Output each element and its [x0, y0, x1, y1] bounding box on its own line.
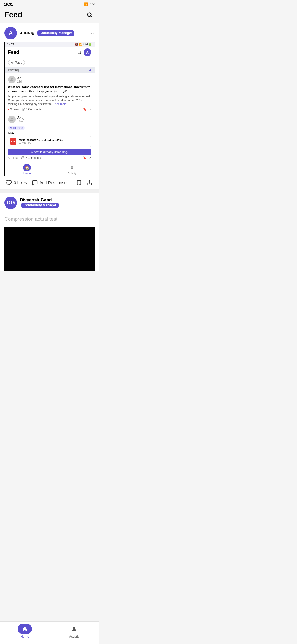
- inner-heart-icon-2: ♡: [8, 156, 10, 159]
- inner-home-icon: 🏠: [23, 164, 31, 171]
- add-response-label-1: Add Response: [40, 180, 67, 185]
- inner-bookmark-icon-2: 🔖: [83, 156, 86, 159]
- status-time: 19:31: [4, 2, 13, 6]
- inner-username-1: Anuj: [17, 76, 25, 80]
- inner-post-body-1: I'm planning my first international trip…: [8, 95, 91, 106]
- page-title: Feed: [4, 10, 22, 19]
- svg-point-5: [11, 118, 13, 119]
- inner-activity-icon: [68, 164, 76, 171]
- inner-comment-icon: 💬: [22, 108, 25, 111]
- add-response-button-1[interactable]: Add Response: [31, 180, 68, 186]
- svg-line-3: [80, 53, 81, 54]
- inner-user-avatar-2: [8, 116, 16, 123]
- inner-search-icon: [77, 50, 81, 54]
- inner-time: 12:24: [7, 43, 14, 46]
- post-content-text-2: Compression actual test: [4, 212, 95, 227]
- inner-file-size: 237KB · PDF: [19, 141, 63, 144]
- post-username-2: Divyansh Gand...: [20, 198, 56, 202]
- post-image-black: [4, 227, 95, 271]
- inner-file-name: 20240105103507extendfeeddate-170...: [19, 139, 63, 141]
- share-icon-1: [86, 180, 92, 186]
- inner-bottom-nav: 🏠 Home Activity: [5, 162, 95, 176]
- inner-more-2: ···: [87, 116, 91, 120]
- post-user-details-2: Divyansh Gand... Community Manager: [20, 198, 88, 208]
- like-button-1[interactable]: 0 Likes: [4, 179, 28, 186]
- inner-tag: Aeroplane: [8, 126, 25, 130]
- inner-feed-title: Feed: [8, 50, 20, 55]
- bookmark-icon-1: [76, 180, 82, 186]
- status-bar: 19:31 📶 73%: [0, 0, 99, 8]
- likes-count-1: 0 Likes: [14, 180, 27, 185]
- community-manager-badge-1: Community Manager: [37, 30, 75, 36]
- avatar-2: DG: [4, 197, 17, 209]
- inner-file-box: PDF 20240105103507extendfeeddate-170... …: [8, 136, 91, 147]
- post-more-button-2[interactable]: ···: [88, 200, 95, 206]
- battery-icon: 73%: [89, 2, 95, 6]
- inner-post-2: Anuj ~1mo ··· Aeroplane fdaty PDF 20240: [5, 113, 95, 162]
- post-more-button-1[interactable]: ···: [88, 30, 95, 36]
- inner-battery: 🔇 📶 87%🔋: [75, 43, 92, 46]
- inner-post-actions-1: ♥ 2 Likes 💬 4 Comments 🔖 ↗: [8, 108, 91, 111]
- avatar-1: A: [4, 27, 17, 39]
- inner-share-icon-2: ↗: [89, 156, 91, 159]
- inner-post-user-2: Anuj ~1mo: [8, 116, 25, 123]
- post-user-details-1: anurag Community Manager: [20, 30, 74, 36]
- inner-heart-icon: ♥: [8, 108, 10, 111]
- search-button[interactable]: [85, 10, 95, 20]
- inner-section-label: Posting: [5, 67, 95, 73]
- inner-usertime-1: 29d: [17, 80, 25, 83]
- post-card-1: A anurag Community Manager ··· 12:24 🔇 📶…: [0, 23, 99, 191]
- inner-header-right: A: [77, 48, 91, 56]
- heart-icon-1: [6, 179, 12, 186]
- inner-filter-bar: All Topic: [5, 58, 95, 67]
- community-manager-badge-2: Community Manager: [21, 203, 59, 208]
- inner-status-bar: 12:24 🔇 📶 87%🔋: [5, 42, 95, 47]
- svg-line-1: [91, 16, 92, 17]
- inner-share-icon: ↗: [89, 108, 91, 111]
- inner-post-text: fdaty: [8, 131, 91, 134]
- inner-post-actions-2: ♡ 1 Like 💬 2 Comments 🔖 ↗: [8, 156, 91, 159]
- inner-section-dot: [89, 69, 91, 71]
- inner-pdf-icon: PDF: [10, 138, 16, 145]
- inner-username-2: Anuj: [17, 116, 25, 120]
- inner-user-avatar-1: [8, 76, 16, 83]
- inner-post-header-2: Anuj ~1mo ···: [8, 116, 91, 123]
- inner-post-header-1: Anuj 29d ···: [8, 76, 91, 83]
- post-username-1: anurag: [20, 30, 34, 35]
- inner-section-text: Posting: [8, 68, 19, 72]
- inner-user-avatar: A: [84, 48, 91, 56]
- inner-post-user-1: Anuj 29d: [8, 76, 25, 83]
- inner-filter-chip: All Topic: [8, 60, 25, 65]
- inner-screenshot: 12:24 🔇 📶 87%🔋 Feed A: [5, 42, 95, 176]
- inner-header: Feed A: [5, 47, 95, 58]
- inner-post-title-1: What are some essential tips for interna…: [8, 85, 91, 94]
- inner-post-1: Anuj 29d ··· What are some essential tip…: [5, 73, 95, 113]
- inner-nav-activity: Activity: [50, 164, 95, 175]
- comment-icon-1: [32, 180, 38, 186]
- share-button-1[interactable]: [84, 180, 95, 186]
- inner-usertime-2: ~1mo: [17, 120, 25, 123]
- wifi-icon: 📶: [84, 2, 88, 6]
- inner-comment-icon-2: 💬: [21, 156, 24, 159]
- post-actions-1: 0 Likes Add Response: [4, 176, 95, 189]
- post-user-info-1: A anurag Community Manager: [4, 27, 74, 39]
- svg-point-4: [11, 78, 13, 80]
- post-header-1: A anurag Community Manager ···: [4, 27, 95, 39]
- inner-see-more: see more: [55, 103, 67, 106]
- screenshot-image-area: 12:24 🔇 📶 87%🔋 Feed A: [4, 42, 95, 176]
- upload-toast: A post is already uploading.: [8, 149, 91, 155]
- post-user-info-2: DG Divyansh Gand... Community Manager: [4, 197, 88, 209]
- svg-point-6: [71, 166, 73, 167]
- post-header-2: DG Divyansh Gand... Community Manager ··…: [4, 197, 95, 209]
- inner-more-1: ···: [87, 76, 91, 80]
- app-header: Feed: [0, 8, 99, 23]
- inner-bookmark-icon: 🔖: [83, 108, 86, 111]
- feed-content: A anurag Community Manager ··· 12:24 🔇 📶…: [0, 23, 99, 271]
- status-icons: 📶 73%: [84, 2, 95, 6]
- inner-nav-home: 🏠 Home: [5, 164, 50, 175]
- post-card-2: DG Divyansh Gand... Community Manager ··…: [0, 193, 99, 271]
- bookmark-button-1[interactable]: [74, 180, 84, 186]
